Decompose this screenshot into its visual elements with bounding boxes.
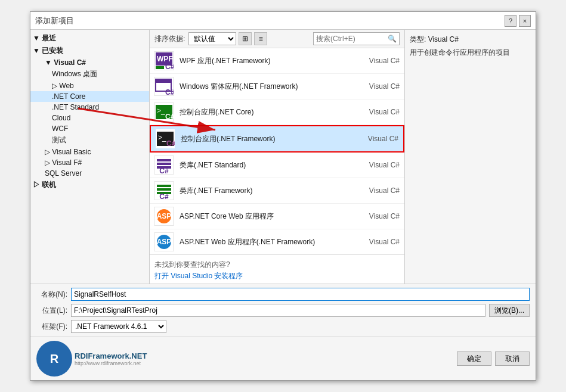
watermark-letter: R [50,352,58,366]
item-row-console-core[interactable]: >_C# 控制台应用(.NET Core) Visual C# [150,99,404,125]
item-row-aspcore[interactable]: ASP ASP.NET Core Web 应用程序 Visual C# [150,204,404,229]
svg-rect-7 [156,79,171,83]
item-name-lib-fw: 类库(.NET Framework) [180,186,352,196]
name-input[interactable] [71,288,530,301]
form-row-name: 名称(N): [36,288,530,301]
help-button[interactable]: ? [505,15,516,27]
item-type-console-fw: Visual C# [351,135,398,143]
title-bar-buttons: ? × [505,15,531,27]
right-panel: 类型: Visual C# 用于创建命令行应用程序的项目 [404,30,536,284]
sort-label: 排序依据: [154,34,185,44]
item-name-lib-std: 类库(.NET Standard) [180,160,352,170]
item-name-winform: Windows 窗体应用(.NET Framework) [180,82,352,92]
right-description: 用于创建命令行应用程序的项目 [410,47,531,58]
location-input[interactable] [71,304,485,317]
close-button[interactable]: × [519,15,531,27]
item-name-aspfw: ASP.NET Web 应用程序(.NET Framework) [180,237,352,247]
sort-select[interactable]: 默认值 [188,32,236,45]
sidebar-item-net-core[interactable]: .NET Core [30,91,149,102]
item-type-console-core: Visual C# [352,108,400,116]
item-type-aspcore: Visual C# [352,212,400,220]
svg-text:ASP: ASP [157,212,172,220]
item-row-lib-std[interactable]: C# 类库(.NET Standard) Visual C# [150,153,404,178]
item-type-wpf: Visual C# [352,57,400,65]
icon-wpf: WPFC# [154,51,174,70]
svg-text:C#: C# [159,167,169,175]
sidebar-item-recent[interactable]: ▼ 最近 [30,32,149,45]
sidebar-item-sql-server[interactable]: SQL Server [30,168,149,179]
item-type-lib-fw: Visual C# [352,186,400,195]
title-bar: 添加新项目 ? × [30,12,536,30]
svg-text:C#: C# [165,63,174,70]
watermark: R [36,341,72,377]
open-installer-link[interactable]: 打开 Visual Studio 安装程序 [154,272,243,280]
right-type-label: 类型: Visual C# [410,35,531,45]
svg-rect-3 [156,66,164,69]
add-new-project-dialog: 添加新项目 ? × ▼ 最近 ▼ 已安装 ▼ Visual C# Windows… [30,11,536,381]
item-row-lib-fw[interactable]: C# 类库(.NET Framework) Visual C# [150,178,404,204]
icon-lib-std: C# [154,155,174,175]
ok-button[interactable]: 确定 [457,351,491,366]
sidebar-item-installed[interactable]: ▼ 已安装 [30,45,149,57]
item-name-console-fw: 控制台应用(.NET Framework) [181,134,351,144]
center-toolbar: 排序依据: 默认值 ⊞ ≡ 🔍 [150,30,404,48]
dialog-buttons: R RDIFramework.NET http://www.rdiframewo… [30,337,536,380]
svg-text:>_: >_ [158,133,166,142]
not-found-text: 未找到你要查找的内容? [154,260,400,270]
icon-lib-fw: C# [154,181,174,200]
list-view-button[interactable]: ≡ [254,32,267,45]
left-tree-panel: ▼ 最近 ▼ 已安装 ▼ Visual C# Windows 桌面 ▷ Web … [30,30,150,284]
svg-text:C#: C# [165,113,174,121]
svg-text:ASP: ASP [157,238,172,246]
cancel-button[interactable]: 取消 [495,351,530,366]
grid-view-button[interactable]: ⊞ [239,32,252,45]
svg-text:C#: C# [165,88,174,96]
sidebar-item-visual-fs[interactable]: ▷ Visual F# [30,157,149,168]
icon-winform: C# [154,77,174,96]
item-name-console-core: 控制台应用(.NET Core) [180,107,352,117]
search-icon: 🔍 [388,35,397,43]
item-name-aspcore: ASP.NET Core Web 应用程序 [180,211,352,222]
item-row-wpf[interactable]: WPFC# WPF 应用(.NET Framework) Visual C# [150,48,404,74]
sidebar-item-visual-cs[interactable]: ▼ Visual C# [30,57,149,68]
svg-rect-23 [157,185,171,187]
item-row-console-fw[interactable]: >_C# 控制台应用(.NET Framework) Visual C# [150,125,404,153]
sidebar-item-cloud[interactable]: Cloud [30,113,149,123]
icon-aspfw: ASP [154,232,174,251]
item-list: WPFC# WPF 应用(.NET Framework) Visual C# C… [150,48,404,254]
sidebar-item-web[interactable]: ▷ Web [30,80,149,91]
sidebar-item-windows-desktop[interactable]: Windows 桌面 [30,68,149,80]
sidebar-item-net-standard[interactable]: .NET Standard [30,102,149,113]
svg-rect-18 [157,159,171,161]
item-name-wpf: WPF 应用(.NET Framework) [180,56,352,66]
watermark-url: http://www.rdiframework.net [75,360,147,366]
icon-console-fw: >_C# [156,129,175,148]
svg-text:WPF: WPF [157,55,173,63]
svg-rect-19 [157,163,171,165]
not-found-section: 未找到你要查找的内容? 打开 Visual Studio 安装程序 [150,254,404,284]
svg-rect-24 [157,188,171,191]
icon-aspcore: ASP [154,207,174,226]
sidebar-item-test[interactable]: 测试 [30,134,149,147]
sidebar-item-online[interactable]: ▷ 联机 [30,179,149,191]
svg-text:>_: >_ [157,107,165,115]
item-row-winform[interactable]: C# Windows 窗体应用(.NET Framework) Visual C… [150,74,404,99]
sidebar-item-visual-basic[interactable]: ▷ Visual Basic [30,147,149,157]
browse-button[interactable]: 浏览(B)... [489,304,530,317]
form-row-location: 位置(L): 浏览(B)... [36,304,530,317]
search-input[interactable] [316,35,388,43]
center-panel: 排序依据: 默认值 ⊞ ≡ 🔍 WPFC# W [150,30,404,284]
item-row-aspfw[interactable]: ASP ASP.NET Web 应用程序(.NET Framework) Vis… [150,229,404,254]
location-label: 位置(L): [36,306,67,316]
item-type-winform: Visual C# [352,82,400,91]
item-type-aspfw: Visual C# [352,238,400,246]
form-row-framework: 框架(F): .NET Framework 4.6.1 [36,320,530,333]
watermark-site: RDIFramework.NET [75,351,147,360]
icon-console-core: >_C# [154,102,174,122]
dialog-title: 添加新项目 [35,15,74,26]
bottom-form: 名称(N): 位置(L): 浏览(B)... 框架(F): .NET Frame… [36,288,530,333]
item-type-lib-std: Visual C# [352,161,400,169]
sidebar-item-wcf[interactable]: WCF [30,123,149,134]
svg-text:C#: C# [159,192,169,200]
framework-select[interactable]: .NET Framework 4.6.1 [71,320,166,333]
